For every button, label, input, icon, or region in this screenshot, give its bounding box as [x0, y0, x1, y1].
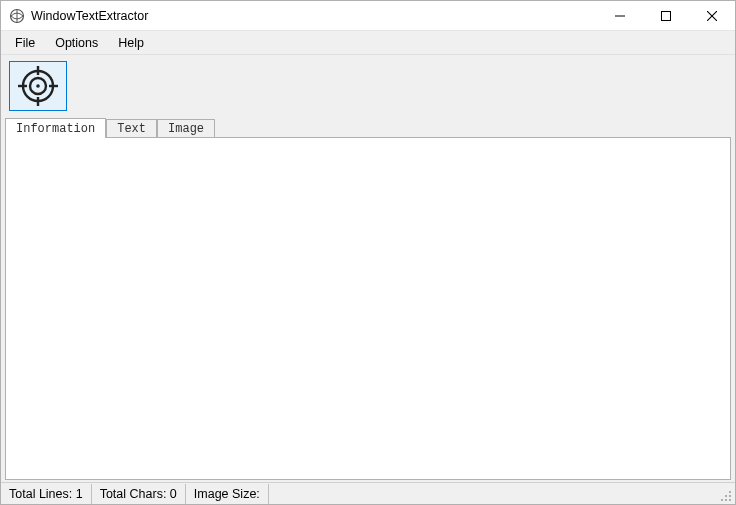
status-total-chars: Total Chars: 0: [98, 484, 186, 504]
svg-point-16: [721, 499, 723, 501]
title-bar: WindowTextExtractor: [1, 1, 735, 31]
window-title: WindowTextExtractor: [31, 9, 148, 23]
svg-point-17: [725, 499, 727, 501]
status-image-size: Image Size:: [192, 484, 269, 504]
svg-rect-3: [662, 11, 671, 20]
menu-file[interactable]: File: [5, 31, 45, 54]
svg-line-4: [707, 11, 717, 21]
tab-strip: Information Text Image: [1, 117, 735, 137]
status-total-chars-label: Total Chars:: [100, 487, 167, 501]
svg-point-8: [36, 84, 40, 88]
tab-information[interactable]: Information: [5, 118, 106, 138]
toolbar: [1, 55, 735, 117]
tab-text[interactable]: Text: [106, 119, 157, 137]
status-image-size-label: Image Size:: [194, 487, 260, 501]
status-total-lines-label: Total Lines:: [9, 487, 72, 501]
content-panel: [5, 137, 731, 480]
minimize-button[interactable]: [597, 1, 643, 31]
svg-point-18: [729, 499, 731, 501]
app-icon: [9, 8, 25, 24]
maximize-button[interactable]: [643, 1, 689, 31]
status-bar: Total Lines: 1 Total Chars: 0 Image Size…: [1, 482, 735, 504]
crosshair-icon: [18, 66, 58, 106]
target-picker-button[interactable]: [9, 61, 67, 111]
status-total-lines-value: 1: [76, 487, 83, 501]
menu-options[interactable]: Options: [45, 31, 108, 54]
svg-line-5: [707, 11, 717, 21]
svg-point-13: [729, 491, 731, 493]
svg-point-15: [729, 495, 731, 497]
status-total-lines: Total Lines: 1: [7, 484, 92, 504]
close-button[interactable]: [689, 1, 735, 31]
svg-point-14: [725, 495, 727, 497]
menu-help[interactable]: Help: [108, 31, 154, 54]
content-wrap: [1, 137, 735, 482]
menu-bar: File Options Help: [1, 31, 735, 55]
resize-grip-icon[interactable]: [717, 487, 733, 503]
status-total-chars-value: 0: [170, 487, 177, 501]
tab-image[interactable]: Image: [157, 119, 215, 137]
